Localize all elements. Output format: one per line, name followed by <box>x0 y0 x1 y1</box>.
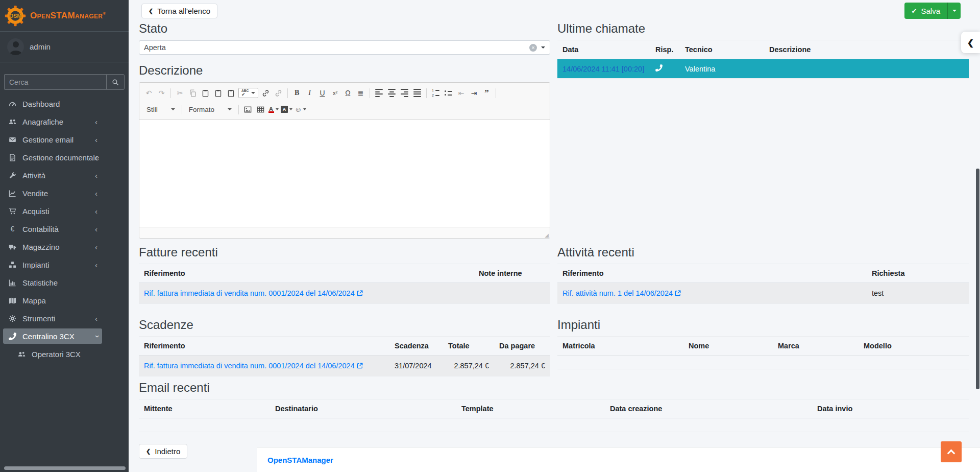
clear-selection-icon[interactable]: × <box>529 44 537 52</box>
richiesta-cell: test <box>867 283 969 304</box>
save-dropdown-toggle[interactable] <box>947 3 961 19</box>
toolbar-separator <box>287 88 288 98</box>
empty-table-row <box>557 356 969 369</box>
bold-icon: B <box>295 89 299 97</box>
sidebar-item-label: Contabilità <box>22 225 59 233</box>
align-left-button[interactable] <box>373 87 385 100</box>
editor-toolbar-row-1: ↶ ↷ ✂ ABC✔ <box>142 85 547 101</box>
sidebar-item-attivita[interactable]: Attività‹ <box>3 168 102 183</box>
panel-collapse-tab[interactable]: ❮ <box>961 32 980 53</box>
chiamata-link[interactable]: 14/06/2024 11:41 [00:20] <box>562 65 644 73</box>
sidebar-item-gestione-documentale[interactable]: Gestione documentale‹ <box>3 150 102 165</box>
align-center-button[interactable] <box>385 87 398 100</box>
sidebar-item-contabilita[interactable]: €Contabilità‹ <box>3 221 102 237</box>
sidebar-item-magazzino[interactable]: Magazzino‹ <box>3 239 102 254</box>
scroll-to-top-button[interactable] <box>941 441 962 462</box>
sidebar-item-anagrafiche[interactable]: Anagrafiche‹ <box>3 114 102 129</box>
column-header: Riferimento <box>139 264 474 283</box>
user-panel[interactable]: admin <box>0 32 129 62</box>
da-pagare-cell: 2.857,24 € <box>494 356 550 376</box>
toolbar-separator <box>496 88 496 98</box>
insert-table-button[interactable] <box>254 103 267 116</box>
users-icon <box>16 350 27 358</box>
special-char-button[interactable]: Ω <box>341 87 354 100</box>
sidebar-item-mappa[interactable]: Mappa <box>3 293 102 308</box>
undo-button[interactable]: ↶ <box>142 87 155 100</box>
tecnico-cell: Valentina <box>680 59 764 79</box>
attivita-link[interactable]: Rif. attività num. 1 del 14/06/2024 <box>562 289 681 297</box>
editor-content[interactable] <box>139 120 550 227</box>
table-row[interactable]: 14/06/2024 11:41 [00:20] Valentina <box>557 59 969 79</box>
map-icon <box>7 296 18 304</box>
paste-button[interactable] <box>199 87 212 100</box>
sidebar-item-operatori-3cx[interactable]: Operatori 3CX <box>3 346 102 362</box>
back-to-list-button[interactable]: ❮Torna all'elenco <box>141 4 217 18</box>
sidebar-item-strumenti[interactable]: Strumenti‹ <box>3 311 102 326</box>
sidebar-item-vendite[interactable]: Vendite‹ <box>3 185 102 201</box>
superscript-button[interactable]: x² <box>329 87 341 100</box>
emoji-button[interactable]: ☺ <box>293 103 307 116</box>
phone-icon <box>7 332 18 340</box>
sidebar-item-acquisti[interactable]: Acquisti‹ <box>3 203 102 219</box>
align-right-button[interactable] <box>398 87 411 100</box>
omega-icon: Ω <box>345 89 350 97</box>
totale-cell: 2.857,24 € <box>443 356 494 376</box>
paste-as-text-button[interactable] <box>212 87 225 100</box>
svg-text:OSM: OSM <box>9 12 21 18</box>
column-header: Matricola <box>557 337 683 356</box>
spellcheck-button[interactable]: ABC✔ <box>238 88 258 98</box>
cut-button[interactable]: ✂ <box>174 87 186 100</box>
align-justify-button[interactable] <box>411 87 424 100</box>
styles-dropdown[interactable]: Stili <box>142 103 179 116</box>
impianti-table: Matricola Nome Marca Modello <box>557 337 969 369</box>
column-header: Template <box>456 399 605 418</box>
horizontal-rule-button[interactable]: ≣ <box>354 87 367 100</box>
column-header: Riferimento <box>557 264 867 283</box>
stato-select[interactable]: Aperta × <box>139 40 550 55</box>
brand-link[interactable]: OSM OpenSTAManager® <box>0 0 129 32</box>
copy-icon <box>189 89 197 97</box>
chevron-left-icon: ‹ <box>95 118 97 126</box>
paste-from-word-button[interactable] <box>225 87 237 100</box>
column-header: Descrizione <box>764 40 969 59</box>
format-dropdown[interactable]: Formato <box>185 103 236 116</box>
unlink-button[interactable] <box>272 87 285 100</box>
copy-button[interactable] <box>186 87 199 100</box>
redo-button[interactable]: ↷ <box>155 87 168 100</box>
sidebar-item-impianti[interactable]: Impianti‹ <box>3 257 102 272</box>
sidebar-item-gestione-email[interactable]: Gestione email‹ <box>3 132 102 147</box>
indent-button[interactable]: ⇥ <box>468 87 480 100</box>
smiley-icon: ☺ <box>295 105 302 113</box>
search-icon <box>112 79 119 86</box>
impianti-section: Impianti Matricola Nome Marca Modello <box>557 313 969 375</box>
link-button[interactable] <box>259 87 272 100</box>
horizontal-scrollbar[interactable] <box>4 466 126 470</box>
resize-handle[interactable]: ◢ <box>545 232 549 238</box>
sidebar-item-statistiche[interactable]: Statistiche <box>3 275 102 290</box>
footer-brand-link[interactable]: OpenSTAManager <box>267 456 333 464</box>
blockquote-button[interactable]: ” <box>480 87 493 100</box>
underline-button[interactable]: U <box>316 87 329 100</box>
section-title: Email recenti <box>139 381 969 399</box>
save-button[interactable]: ✔Salva <box>904 3 947 19</box>
italic-button[interactable]: I <box>303 87 316 100</box>
text-color-button[interactable]: A <box>267 103 280 116</box>
numbered-list-button[interactable] <box>429 87 442 100</box>
search-input[interactable] <box>4 74 106 90</box>
bullet-list-button[interactable] <box>442 87 455 100</box>
sidebar-item-centralino-3cx[interactable]: Centralino 3CX‹ <box>3 328 102 344</box>
indietro-button[interactable]: ❮Indietro <box>139 444 187 459</box>
search-button[interactable] <box>106 74 125 90</box>
external-link-icon <box>357 290 363 296</box>
horizontal-lines-icon: ≣ <box>358 89 364 97</box>
wrench-icon <box>7 171 18 179</box>
outdent-button[interactable]: ⇤ <box>455 87 468 100</box>
scadenza-link[interactable]: Rif. fattura immediata di vendita num. 0… <box>144 362 363 370</box>
vertical-scrollbar[interactable] <box>976 169 979 389</box>
fattura-link[interactable]: Rif. fattura immediata di vendita num. 0… <box>144 289 363 297</box>
background-color-button[interactable]: A <box>280 103 293 116</box>
sidebar-item-dashboard[interactable]: Dashboard <box>3 96 102 111</box>
bold-button[interactable]: B <box>290 87 303 100</box>
insert-image-button[interactable] <box>241 103 254 116</box>
align-center-icon <box>388 89 396 97</box>
